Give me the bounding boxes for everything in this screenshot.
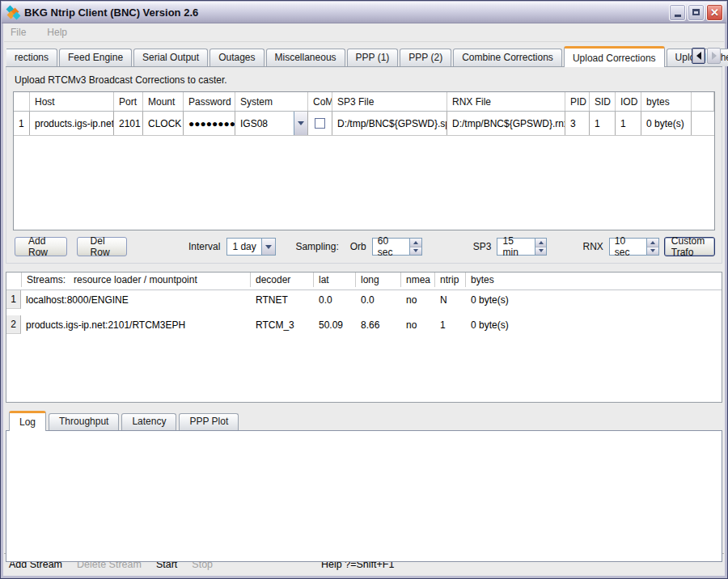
sp3-spinbox[interactable]: 15 min <box>497 238 547 256</box>
col-port[interactable]: Port <box>114 92 143 111</box>
tab-feed-engine[interactable]: Feed Engine <box>59 49 132 66</box>
host-cell[interactable]: products.igs-ip.net <box>30 112 114 135</box>
tab-broadcast-corrections[interactable]: rections <box>6 49 57 66</box>
tab-serial-output[interactable]: Serial Output <box>133 49 208 66</box>
upload-table-row[interactable]: 1 products.igs-ip.net 2101 CLOCK ●●●●●●●… <box>14 112 714 136</box>
menu-help[interactable]: Help <box>47 27 67 38</box>
spin-up-icon[interactable] <box>535 239 547 247</box>
tab-ppp-plot[interactable]: PPP Plot <box>179 413 239 430</box>
interval-select[interactable]: 1 day <box>226 238 276 256</box>
sp3-spin-buttons[interactable] <box>535 239 547 255</box>
col-sid[interactable]: SID <box>590 92 616 111</box>
bytes-cell: 0 byte(s) <box>466 315 722 334</box>
menu-bar: File Help <box>4 23 724 42</box>
tab-scroll-left-button[interactable] <box>692 48 705 64</box>
orb-value: 60 sec <box>373 239 409 255</box>
rnx-spin-buttons[interactable] <box>646 239 658 255</box>
col-mountpoint[interactable]: Streams: resource loader / mountpoint <box>21 273 251 287</box>
port-cell[interactable]: 2101 <box>114 112 143 135</box>
lat-cell[interactable]: 0.0 <box>314 290 356 309</box>
scroll-left-icon <box>696 52 701 60</box>
sp3-label: SP3 <box>473 241 492 252</box>
maximize-button[interactable] <box>688 4 705 21</box>
col-rnx-file[interactable]: RNX File <box>447 92 565 111</box>
nmea-cell[interactable]: no <box>401 315 435 334</box>
mountpoint-cell[interactable]: localhost:8000/ENGINE <box>21 290 251 309</box>
col-pid[interactable]: PID <box>565 92 590 111</box>
ntrip-cell[interactable]: 1 <box>435 315 466 334</box>
lat-cell[interactable]: 50.09 <box>314 315 356 334</box>
streams-empty-area <box>6 340 722 402</box>
mountpoint-cell[interactable]: products.igs-ip.net:2101/RTCM3EPH <box>21 315 251 334</box>
col-sp3-file[interactable]: SP3 File <box>332 92 447 111</box>
tab-throughput[interactable]: Throughput <box>49 413 119 430</box>
nmea-cell[interactable]: no <box>401 290 435 309</box>
long-cell[interactable]: 8.66 <box>356 315 401 334</box>
tab-combine-corrections[interactable]: Combine Corrections <box>453 49 562 66</box>
long-cell[interactable]: 0.0 <box>356 290 401 309</box>
title-bar[interactable]: BKG Ntrip Client (BNC) Version 2.6 ✕ <box>2 2 726 23</box>
add-row-button[interactable]: Add Row <box>15 237 67 256</box>
spin-down-icon[interactable] <box>535 247 547 256</box>
upload-header-corner <box>14 92 30 111</box>
tab-scroll-right-button[interactable] <box>707 48 721 64</box>
interval-dropdown-button[interactable] <box>261 239 275 255</box>
log-output-area[interactable] <box>6 430 722 562</box>
pid-cell[interactable]: 3 <box>565 112 590 135</box>
col-host[interactable]: Host <box>30 92 114 111</box>
col-nmea[interactable]: nmea <box>401 273 435 287</box>
system-dropdown-button[interactable] <box>294 112 307 135</box>
spin-down-icon[interactable] <box>647 247 658 256</box>
sp3-value: 15 min <box>497 239 534 255</box>
interval-label: Interval <box>188 241 220 252</box>
col-stream-bytes[interactable]: bytes <box>466 273 722 287</box>
com-checkbox[interactable] <box>315 118 325 129</box>
col-password[interactable]: Password <box>184 92 235 111</box>
stream-row[interactable]: 2 products.igs-ip.net:2101/RTCM3EPH RTCM… <box>6 315 722 340</box>
tab-outages[interactable]: Outages <box>210 49 264 66</box>
rnx-label: RNX <box>582 241 603 252</box>
close-icon: ✕ <box>710 7 719 18</box>
menu-file[interactable]: File <box>11 27 26 38</box>
spin-down-icon[interactable] <box>410 247 421 256</box>
mount-cell[interactable]: CLOCK <box>143 112 184 135</box>
iod-cell[interactable]: 1 <box>616 112 641 135</box>
password-cell[interactable]: ●●●●●●●● <box>184 112 235 135</box>
spin-up-icon[interactable] <box>410 239 421 247</box>
spin-up-icon[interactable] <box>647 239 658 247</box>
close-button[interactable]: ✕ <box>706 4 723 21</box>
tab-ppp-1[interactable]: PPP (1) <box>347 49 399 66</box>
col-bytes[interactable]: bytes <box>641 92 692 111</box>
tab-scroll-buttons <box>692 48 721 64</box>
sp3-file-cell[interactable]: D:/tmp/BNC${GPSWD}.sp3 <box>332 112 447 135</box>
sid-cell[interactable]: 1 <box>590 112 616 135</box>
streams-table: Streams: resource loader / mountpoint de… <box>6 272 722 403</box>
col-system[interactable]: System <box>235 92 308 111</box>
minimize-button[interactable] <box>669 4 686 21</box>
tab-upload-corrections[interactable]: Upload Corrections <box>564 46 665 67</box>
del-row-button[interactable]: Del Row <box>77 237 127 256</box>
stream-row[interactable]: 1 localhost:8000/ENGINE RTNET 0.0 0.0 no… <box>6 290 722 315</box>
tab-ppp-2[interactable]: PPP (2) <box>400 49 451 66</box>
rnx-spinbox[interactable]: 10 sec <box>609 238 659 256</box>
rnx-file-cell[interactable]: D:/tmp/BNC${GPSWD}.rnx <box>447 112 565 135</box>
tab-log[interactable]: Log <box>9 411 46 431</box>
custom-trafo-button[interactable]: Custom Trafo <box>664 237 715 256</box>
orb-spinbox[interactable]: 60 sec <box>372 238 422 256</box>
col-com[interactable]: CoM <box>308 92 332 111</box>
orb-spin-buttons[interactable] <box>409 239 421 255</box>
col-decoder[interactable]: decoder <box>251 273 314 287</box>
row-number: 1 <box>14 112 30 135</box>
sampling-label: Sampling: <box>295 241 338 252</box>
col-ntrip[interactable]: ntrip <box>435 273 466 287</box>
col-lat[interactable]: lat <box>314 273 356 287</box>
decoder-cell[interactable]: RTCM_3 <box>251 315 314 334</box>
tab-latency[interactable]: Latency <box>121 413 176 430</box>
col-iod[interactable]: IOD <box>616 92 641 111</box>
col-long[interactable]: long <box>356 273 401 287</box>
ntrip-cell[interactable]: N <box>435 290 466 309</box>
col-mount[interactable]: Mount <box>143 92 184 111</box>
system-cell[interactable]: IGS08 <box>235 112 308 135</box>
tab-miscellaneous[interactable]: Miscellaneous <box>266 49 345 66</box>
decoder-cell[interactable]: RTNET <box>251 290 314 309</box>
